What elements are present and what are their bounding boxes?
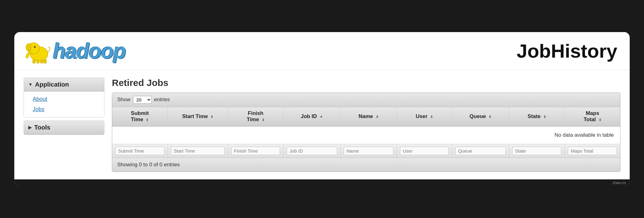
content-area: Retired Jobs Show 20 10 25 50 100 entrie… xyxy=(112,78,620,172)
main-layout: ▼ Application About Jobs ▶ Tools Retired… xyxy=(14,70,630,179)
svg-rect-5 xyxy=(33,59,35,63)
col-queue-label: Queue xyxy=(470,113,486,119)
sidebar-item-about[interactable]: About xyxy=(24,94,104,104)
svg-rect-8 xyxy=(44,59,47,63)
filter-state[interactable] xyxy=(509,144,565,158)
svg-rect-7 xyxy=(40,60,43,63)
col-name-sort-icon: ⇕ xyxy=(376,115,379,119)
filter-name[interactable] xyxy=(340,144,397,158)
tools-arrow-icon: ▶ xyxy=(28,125,32,130)
col-state-label: State xyxy=(528,113,541,119)
sidebar-application-label: Application xyxy=(35,81,69,88)
col-user-label: User xyxy=(416,113,427,119)
filter-submit-time[interactable] xyxy=(112,144,168,158)
sidebar-tools-header[interactable]: ▶ Tools xyxy=(24,121,104,135)
filter-finish-time[interactable] xyxy=(228,144,283,158)
svg-point-4 xyxy=(35,46,35,47)
col-queue-sort-icon: ⇕ xyxy=(489,115,491,119)
page-title: JobHistory xyxy=(517,40,617,62)
svg-point-3 xyxy=(34,46,35,47)
col-maps-total-sort-icon: ⇕ xyxy=(599,118,601,122)
entries-label: entries xyxy=(154,97,170,103)
col-submit-time-sort-icon: ⇕ xyxy=(146,118,149,122)
no-data-message: No data available in table xyxy=(112,126,620,144)
col-start-time[interactable]: Start Time ⇕ xyxy=(168,107,228,126)
filter-queue-input[interactable] xyxy=(455,147,506,155)
col-user-sort-icon: ⇕ xyxy=(430,115,433,119)
col-submit-time[interactable]: SubmitTime ⇕ xyxy=(112,107,168,126)
col-name-label: Name xyxy=(359,113,373,119)
col-queue[interactable]: Queue ⇕ xyxy=(452,107,509,126)
col-start-time-sort-icon: ⇕ xyxy=(210,115,213,119)
jobs-table: SubmitTime ⇕ Start Time ⇕ FinishTime ⇕ xyxy=(112,107,620,158)
filter-maps-total[interactable] xyxy=(565,144,620,158)
show-entries-bar: Show 20 10 25 50 100 entries xyxy=(112,93,620,107)
sidebar-application-links: About Jobs xyxy=(24,92,104,117)
filter-maps-total-input[interactable] xyxy=(568,147,617,155)
svg-rect-6 xyxy=(36,60,39,63)
show-label: Show xyxy=(117,97,131,103)
col-finish-time-sort-icon: ⇕ xyxy=(262,118,264,122)
filter-user[interactable] xyxy=(397,144,452,158)
showing-bar: Showing 0 to 0 of 0 entries xyxy=(112,158,620,172)
showing-text: Showing 0 to 0 of 0 entries xyxy=(117,162,180,168)
logo-area: hadoop xyxy=(24,38,126,64)
col-finish-time-label: FinishTime xyxy=(247,110,264,122)
col-maps-total-label: MapsTotal xyxy=(584,110,599,122)
jobs-table-wrapper: Show 20 10 25 50 100 entries xyxy=(112,92,620,172)
entries-select[interactable]: 20 10 25 50 100 xyxy=(133,96,152,104)
col-user[interactable]: User ⇕ xyxy=(397,107,452,126)
col-state[interactable]: State ⇕ xyxy=(509,107,565,126)
filter-queue[interactable] xyxy=(452,144,509,158)
col-name[interactable]: Name ⇕ xyxy=(340,107,397,126)
filter-job-id[interactable] xyxy=(283,144,341,158)
col-job-id-sort-icon: ▼ xyxy=(320,115,323,119)
logo-text: hadoop xyxy=(53,39,126,63)
header: hadoop JobHistory xyxy=(14,32,630,70)
application-arrow-icon: ▼ xyxy=(28,82,33,87)
filter-state-input[interactable] xyxy=(512,147,561,155)
col-start-time-label: Start Time xyxy=(182,113,208,119)
footer-watermark: znwx.cn xyxy=(14,179,630,186)
filter-start-time[interactable] xyxy=(168,144,228,158)
app-container: hadoop JobHistory ▼ Application About Jo… xyxy=(14,32,630,186)
col-job-id-label: Job ID xyxy=(301,113,317,119)
filter-start-time-input[interactable] xyxy=(171,147,225,155)
col-job-id[interactable]: Job ID ▼ xyxy=(283,107,341,126)
sidebar-item-jobs[interactable]: Jobs xyxy=(24,104,104,115)
filter-user-input[interactable] xyxy=(400,147,449,155)
col-state-sort-icon: ⇕ xyxy=(543,115,546,119)
hadoop-logo-icon xyxy=(24,38,52,64)
watermark-text: znwx.cn xyxy=(613,181,626,185)
content-heading: Retired Jobs xyxy=(112,78,620,88)
col-maps-total[interactable]: MapsTotal ⇕ xyxy=(565,107,620,126)
table-header-row: SubmitTime ⇕ Start Time ⇕ FinishTime ⇕ xyxy=(112,107,620,126)
col-finish-time[interactable]: FinishTime ⇕ xyxy=(228,107,283,126)
sidebar-tools-label: Tools xyxy=(34,124,50,131)
filter-name-input[interactable] xyxy=(344,147,393,155)
sidebar-application-header[interactable]: ▼ Application xyxy=(24,78,104,92)
sidebar-tools-section: ▶ Tools xyxy=(24,121,104,135)
no-data-row: No data available in table xyxy=(112,126,620,144)
svg-point-2 xyxy=(26,43,31,51)
filter-submit-time-input[interactable] xyxy=(115,147,164,155)
filter-job-id-input[interactable] xyxy=(287,147,337,155)
sidebar: ▼ Application About Jobs ▶ Tools xyxy=(24,78,104,172)
table-filter-row xyxy=(112,144,620,158)
filter-finish-time-input[interactable] xyxy=(231,147,280,155)
sidebar-application-section: ▼ Application About Jobs xyxy=(24,78,104,117)
